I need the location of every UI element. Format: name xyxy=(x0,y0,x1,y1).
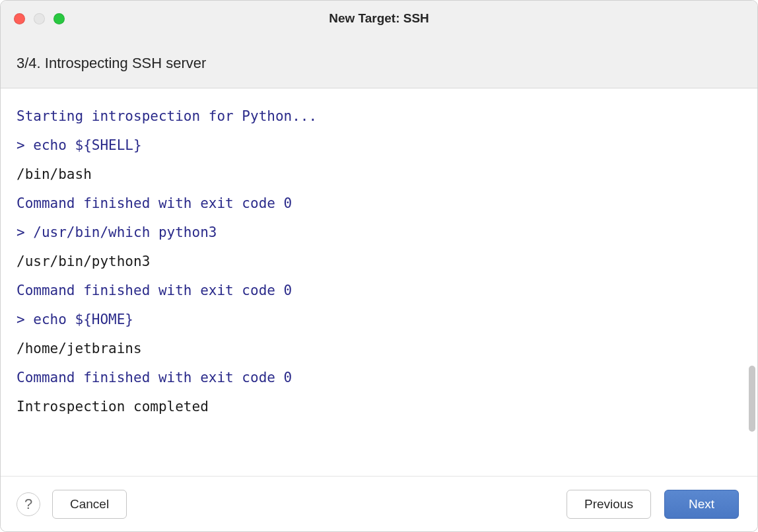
previous-button[interactable]: Previous xyxy=(567,490,651,519)
traffic-lights xyxy=(1,13,65,24)
help-button[interactable]: ? xyxy=(17,492,40,516)
console-line: > echo ${HOME} xyxy=(17,305,741,334)
close-window-button[interactable] xyxy=(14,13,25,24)
console-line: Command finished with exit code 0 xyxy=(17,363,741,392)
console-line: > echo ${SHELL} xyxy=(17,131,741,160)
next-button[interactable]: Next xyxy=(664,490,739,519)
minimize-window-button[interactable] xyxy=(34,13,45,24)
console-line: /home/jetbrains xyxy=(17,334,741,363)
window-title: New Target: SSH xyxy=(329,11,429,26)
console-output[interactable]: Starting introspection for Python...> ec… xyxy=(1,88,757,476)
console-line: /usr/bin/python3 xyxy=(17,247,741,276)
console-line: Command finished with exit code 0 xyxy=(17,189,741,218)
console-line: /bin/bash xyxy=(17,160,741,189)
console-wrapper: Starting introspection for Python...> ec… xyxy=(1,88,757,476)
zoom-window-button[interactable] xyxy=(53,13,65,24)
step-header: 3/4. Introspecting SSH server xyxy=(1,36,757,88)
scrollbar-thumb[interactable] xyxy=(749,366,755,432)
console-line: Command finished with exit code 0 xyxy=(17,276,741,305)
titlebar: New Target: SSH xyxy=(1,1,757,36)
dialog-footer: ? Cancel Previous Next xyxy=(1,476,757,531)
cancel-button[interactable]: Cancel xyxy=(52,490,127,519)
scrollbar-track[interactable] xyxy=(746,88,755,476)
console-line: Starting introspection for Python... xyxy=(17,102,741,131)
console-line: > /usr/bin/which python3 xyxy=(17,218,741,247)
dialog-window: New Target: SSH 3/4. Introspecting SSH s… xyxy=(0,0,758,532)
console-line: Introspection completed xyxy=(17,392,741,421)
